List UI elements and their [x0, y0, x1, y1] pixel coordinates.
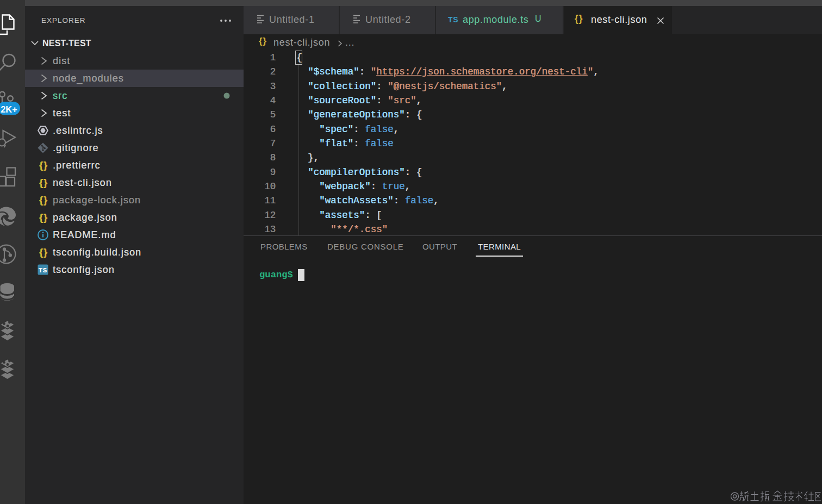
svg-text:TS: TS: [39, 267, 47, 273]
svg-text:2K+: 2K+: [1, 104, 17, 114]
